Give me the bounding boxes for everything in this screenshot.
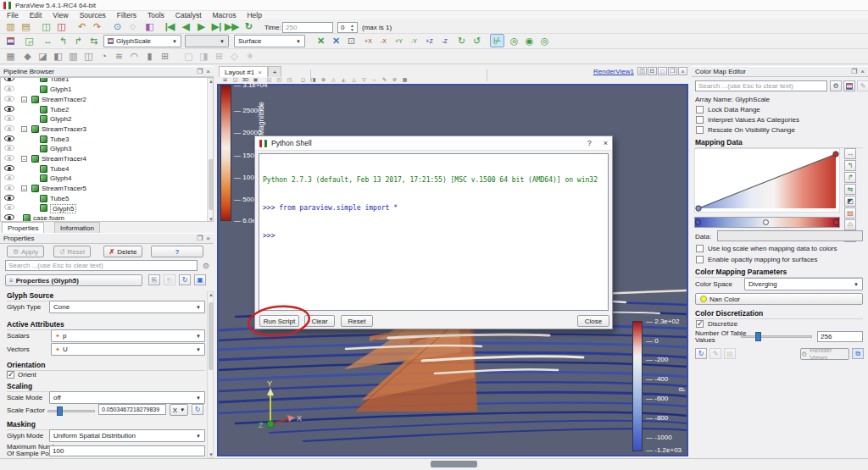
extract-subset-filter-button[interactable]: ◫ bbox=[81, 49, 96, 63]
choose-preset-button[interactable]: ▤ bbox=[844, 207, 856, 218]
menu-catalyst[interactable]: Catalyst bbox=[175, 11, 202, 19]
pipeline-scrollbar[interactable]: ▲▼ bbox=[207, 78, 214, 222]
properties-scrollbar[interactable]: ▲▼ bbox=[207, 291, 214, 458]
frame-spinbox[interactable]: 0▲▼ bbox=[337, 22, 358, 33]
nan-color-button[interactable]: Nan Color bbox=[695, 293, 863, 305]
pressure-colorbar[interactable] bbox=[632, 321, 643, 451]
scale-factor-slider[interactable] bbox=[47, 410, 95, 412]
close-shell-button[interactable]: Close bbox=[577, 315, 609, 327]
orient-label[interactable]: Orient bbox=[18, 371, 36, 379]
rescale-visible-range-button[interactable]: ⇆ bbox=[86, 34, 101, 47]
set-view-minus-x-button[interactable]: -X bbox=[376, 34, 391, 47]
menu-tools[interactable]: Tools bbox=[147, 11, 164, 19]
threshold-filter-button[interactable]: ▥ bbox=[66, 49, 81, 63]
pipeline-item[interactable]: Glyph1 bbox=[50, 86, 71, 93]
cme-rescale-visible-button[interactable]: ⇆ bbox=[844, 184, 856, 195]
menu-help[interactable]: Help bbox=[247, 11, 261, 19]
connect-server-button[interactable]: ◫ bbox=[39, 19, 53, 33]
close-dock-icon[interactable]: × bbox=[206, 235, 210, 242]
view-toolbar-button[interactable]: ↔ bbox=[370, 76, 379, 84]
zoom-to-box-button[interactable]: ⊡ bbox=[344, 34, 359, 47]
pipeline-item[interactable]: case.foam bbox=[33, 214, 64, 222]
previous-frame-button[interactable]: ◀ bbox=[179, 19, 193, 33]
time-field[interactable]: 250 bbox=[282, 22, 333, 33]
pipeline-item[interactable]: StreamTracer5 bbox=[42, 185, 86, 192]
opacity-mapping-checkbox[interactable] bbox=[696, 256, 704, 263]
set-view-minus-y-button[interactable]: -Y bbox=[407, 34, 421, 47]
float-dock-icon[interactable]: ❐ bbox=[197, 235, 203, 242]
properties-search-input[interactable]: Search ...(use Esc to clear text) bbox=[5, 260, 198, 271]
cme-rescale-custom-button[interactable]: ↰ bbox=[844, 160, 856, 171]
cme-detach-button[interactable]: ⧉ bbox=[852, 348, 864, 359]
menu-sources[interactable]: Sources bbox=[80, 11, 106, 19]
view-toolbar-button[interactable]: ✎ bbox=[380, 76, 389, 84]
menu-macros[interactable]: Macros bbox=[213, 11, 236, 19]
play-button[interactable]: ▶ bbox=[194, 19, 209, 33]
magnitude-colorbar[interactable] bbox=[220, 85, 231, 221]
orient-checkbox[interactable] bbox=[7, 371, 14, 379]
reset-scale-button[interactable]: ↻ bbox=[192, 404, 203, 415]
rescale-temporal-range-button[interactable]: ↱ bbox=[71, 34, 86, 47]
pipeline-item[interactable]: Glyph2 bbox=[50, 115, 71, 123]
scrollbar-thumb[interactable] bbox=[209, 302, 214, 370]
redo-button[interactable]: ↷ bbox=[90, 19, 104, 33]
paste-properties-button[interactable]: ⎗ bbox=[164, 274, 175, 285]
edit-colormap-button[interactable]: ◲ bbox=[22, 34, 36, 47]
table-values-slider[interactable] bbox=[741, 335, 812, 338]
glyph-mode-combo[interactable]: Uniform Spatial Distribution▼ bbox=[49, 429, 205, 442]
view-toolbar-button[interactable]: ◻ bbox=[298, 76, 308, 84]
rescale-visibility-checkbox[interactable] bbox=[696, 126, 704, 134]
set-view-minus-z-button[interactable]: -Z bbox=[437, 34, 452, 47]
visibility-eye-icon[interactable] bbox=[4, 135, 15, 142]
pipeline-item[interactable]: Glyph3 bbox=[50, 145, 71, 152]
visibility-eye-icon[interactable] bbox=[4, 114, 15, 122]
split-horizontal-button[interactable]: ◫ bbox=[637, 67, 647, 75]
view-toolbar-button[interactable]: ▩ bbox=[400, 76, 409, 84]
pipeline-item[interactable]: StreamTracer4 bbox=[42, 155, 86, 163]
view-toolbar-button[interactable]: ◬ bbox=[329, 76, 338, 84]
slider-thumb[interactable] bbox=[57, 406, 63, 416]
table-values-field[interactable]: 256 bbox=[817, 331, 863, 342]
properties-section-header[interactable]: ≡Properties (Glyph5) bbox=[5, 274, 142, 286]
close-dock-icon[interactable]: × bbox=[206, 68, 210, 75]
tab-properties[interactable]: Properties bbox=[2, 222, 44, 233]
open-file-button[interactable]: ▥ bbox=[3, 19, 18, 33]
color-handle-high[interactable] bbox=[833, 219, 839, 225]
dialog-help-button[interactable]: ? bbox=[587, 139, 592, 147]
pipeline-item[interactable]: Glyph4 bbox=[50, 174, 71, 182]
group-datasets-button[interactable]: ⊞ bbox=[158, 49, 172, 63]
pick-center-button[interactable]: ◎ bbox=[537, 34, 552, 47]
pipeline-item[interactable]: Tube5 bbox=[50, 195, 69, 202]
vectors-combo[interactable]: ✦U▼ bbox=[51, 343, 205, 356]
tree-expander-icon[interactable]: − bbox=[21, 185, 27, 191]
rescale-custom-range-button[interactable]: ↰ bbox=[56, 34, 70, 47]
reset-shell-button[interactable]: Reset bbox=[341, 315, 373, 327]
scalars-combo[interactable]: ✦p▼ bbox=[51, 329, 205, 342]
view-toolbar-button[interactable]: ◭ bbox=[339, 76, 348, 84]
maximize-view-button[interactable]: □ bbox=[658, 67, 667, 75]
split-vertical-button[interactable]: ⊟ bbox=[648, 67, 657, 75]
visibility-eye-icon[interactable] bbox=[4, 184, 15, 191]
set-view-plus-x-button[interactable]: +X bbox=[361, 34, 376, 47]
interpret-categories-label[interactable]: Interpret Values As Categories bbox=[708, 116, 799, 124]
dialog-titlebar[interactable]: Python Shell ? × bbox=[255, 136, 612, 151]
search-gear-icon[interactable]: ⚙ bbox=[830, 80, 842, 91]
menu-filters[interactable]: Filters bbox=[117, 11, 136, 19]
spinner-arrows-icon[interactable]: ▲▼ bbox=[350, 24, 354, 32]
save-defaults-button[interactable]: ▣ bbox=[194, 274, 206, 285]
visibility-eye-icon[interactable] bbox=[4, 95, 15, 102]
rotate-90-cw-button[interactable]: ↻ bbox=[454, 34, 469, 47]
cme-search-input[interactable]: Search ...(use Esc to clear text) bbox=[695, 80, 827, 91]
horizontal-scrollbar-thumb[interactable] bbox=[431, 461, 477, 467]
contour-filter-button[interactable]: ◔ bbox=[97, 49, 111, 63]
pipeline-item-selected[interactable]: Glyph5 bbox=[50, 204, 76, 213]
scale-mode-combo[interactable]: off▼ bbox=[49, 391, 205, 404]
cme-rescale-temporal-button[interactable]: ↱ bbox=[844, 172, 856, 183]
rescale-visibility-label[interactable]: Rescale On Visibility Change bbox=[708, 126, 795, 134]
discretize-label[interactable]: Discretize bbox=[708, 320, 737, 328]
visibility-eye-icon[interactable] bbox=[4, 194, 15, 202]
opacity-function-editor[interactable] bbox=[694, 148, 840, 213]
reset-center-button[interactable]: ◉ bbox=[522, 34, 537, 47]
visibility-eye-icon[interactable] bbox=[4, 174, 15, 181]
show-center-axes-button[interactable]: ◎ bbox=[507, 34, 521, 47]
